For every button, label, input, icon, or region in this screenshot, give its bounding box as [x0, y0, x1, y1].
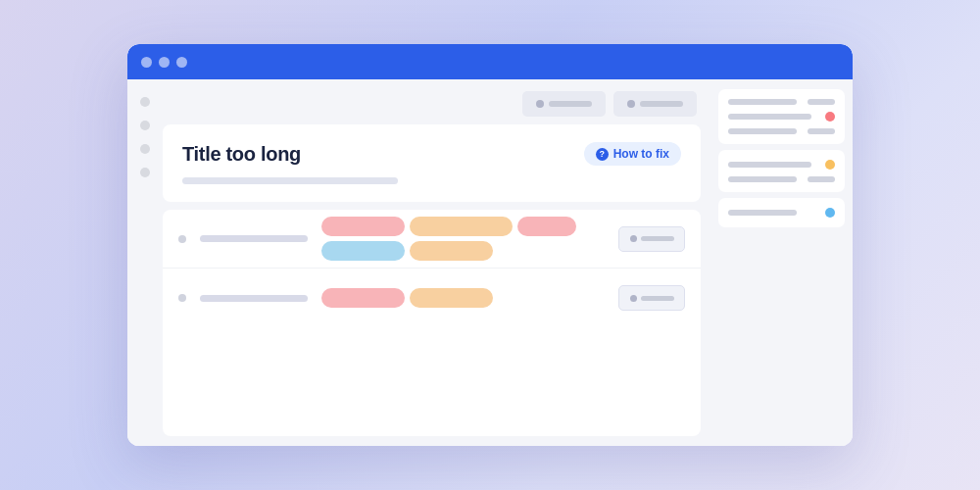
action-btn-icon-1 [630, 235, 637, 242]
tag-pink-2 [517, 217, 576, 236]
rp-line-1b [808, 99, 835, 105]
row-indicator-1 [178, 235, 186, 243]
row-label-2 [200, 295, 308, 302]
issue-subtitle-line [182, 177, 398, 184]
window-dot-1 [141, 57, 152, 68]
rp-line-3b [808, 128, 835, 134]
sidebar-nav-dot-1 [140, 97, 150, 107]
table-row [163, 210, 701, 269]
toolbar-button-1[interactable] [522, 91, 606, 117]
row-indicator-2 [178, 294, 186, 302]
issue-card: Title too long ? How to fix [163, 124, 701, 202]
rp-line-6 [728, 210, 797, 216]
how-to-fix-icon: ? [596, 148, 609, 161]
row-action-btn-2[interactable] [618, 285, 685, 311]
right-panel-section-3 [718, 198, 845, 227]
right-panel [710, 79, 853, 446]
tag-orange-2 [410, 241, 493, 261]
tag-orange-1 [410, 217, 513, 236]
rp-line-5 [728, 176, 797, 182]
tag-pink-3 [321, 288, 405, 308]
tag-pink-1 [321, 217, 405, 236]
rp-line-2 [728, 114, 811, 120]
action-btn-line-1 [641, 236, 674, 241]
rp-row-1 [728, 99, 835, 105]
issue-title: Title too long [182, 143, 301, 166]
window-dot-2 [159, 57, 170, 68]
row-action-btn-1[interactable] [618, 226, 685, 252]
action-btn-line-2 [641, 296, 674, 301]
sidebar-nav-dot-2 [140, 121, 150, 130]
right-panel-section-1 [718, 89, 845, 144]
toolbar-btn-line-2 [640, 101, 683, 107]
sidebar-nav-dot-3 [140, 144, 150, 154]
table-row [163, 269, 701, 327]
left-sidebar [127, 79, 163, 446]
toolbar-btn-icon-1 [536, 100, 544, 108]
rp-row-3 [728, 128, 835, 134]
how-to-fix-label: How to fix [613, 147, 669, 161]
row-tags-1 [321, 217, 605, 261]
tag-orange-3 [410, 288, 493, 308]
browser-window: Title too long ? How to fix [127, 44, 853, 446]
table-card [163, 210, 701, 436]
issue-header: Title too long ? How to fix [182, 142, 681, 166]
rp-row-2 [728, 112, 835, 122]
toolbar-btn-icon-2 [627, 100, 635, 108]
how-to-fix-button[interactable]: ? How to fix [584, 142, 681, 166]
rp-line-1 [728, 99, 797, 105]
main-content: Title too long ? How to fix [163, 79, 710, 446]
rp-line-5b [808, 176, 835, 182]
rp-row-5 [728, 176, 835, 182]
row-label-1 [200, 235, 308, 242]
rp-row-6 [728, 208, 835, 218]
tag-blue-1 [321, 241, 405, 261]
window-dot-3 [176, 57, 187, 68]
rp-dot-red [825, 112, 835, 122]
toolbar-button-2[interactable] [613, 91, 697, 117]
toolbar-btn-line-1 [549, 101, 592, 107]
rp-dot-blue [825, 208, 835, 218]
rp-line-3 [728, 128, 797, 134]
sidebar-nav-dot-4 [140, 168, 150, 177]
rp-line-4 [728, 162, 811, 168]
toolbar [163, 89, 701, 117]
action-btn-icon-2 [630, 295, 637, 302]
right-panel-section-2 [718, 150, 845, 192]
rp-row-4 [728, 160, 835, 170]
row-tags-2 [321, 288, 605, 308]
rp-dot-orange [825, 160, 835, 170]
browser-body: Title too long ? How to fix [127, 79, 853, 446]
browser-titlebar [127, 44, 853, 79]
